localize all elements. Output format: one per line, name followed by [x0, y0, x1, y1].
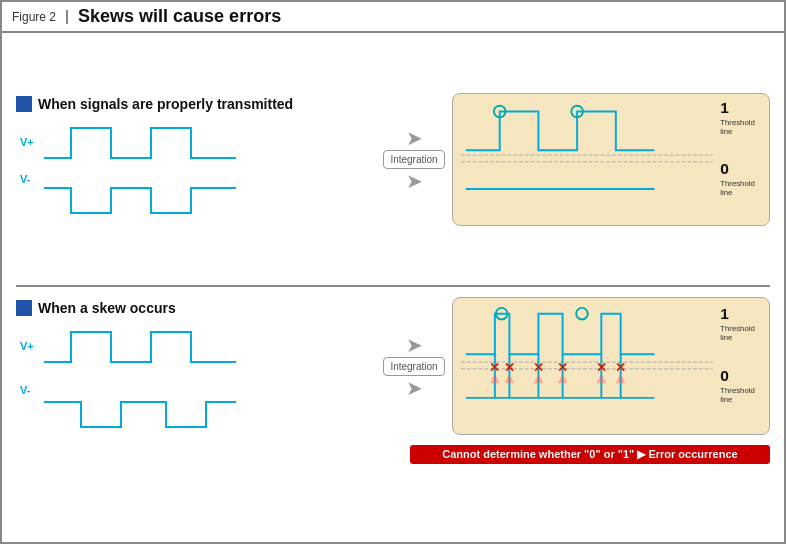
proper-signal-area: V+ V- — [16, 118, 316, 223]
svg-text:Threshold: Threshold — [720, 386, 754, 395]
svg-text:line: line — [720, 395, 732, 404]
section-skew: When a skew occurs V+ V- — [16, 297, 770, 529]
svg-text:line: line — [720, 333, 732, 342]
proper-arrow-right: ➤ — [406, 169, 423, 193]
svg-text:Threshold: Threshold — [720, 324, 754, 333]
main-container: Figure 2 Skews will cause errors When si… — [0, 0, 786, 544]
skew-arrow-left: ➤ — [406, 333, 423, 357]
proper-waveform-svg — [16, 118, 306, 223]
skew-arrow-right: ➤ — [406, 376, 423, 400]
skew-vplus: V+ — [20, 340, 34, 352]
svg-text:✕: ✕ — [489, 361, 500, 375]
svg-text:Threshold: Threshold — [720, 179, 754, 188]
svg-text:✕: ✕ — [504, 361, 515, 375]
error-banner-container: Cannot determine whether "0" or "1" ▶ Er… — [16, 443, 770, 464]
figure-header: Figure 2 Skews will cause errors — [2, 2, 784, 33]
proper-vplus: V+ — [20, 136, 34, 148]
proper-result-svg: 1 Threshold line 0 Threshold line — [461, 100, 761, 215]
figure-label: Figure 2 — [12, 10, 68, 24]
skew-signal-area: V+ V- — [16, 322, 316, 432]
proper-label-text: When signals are properly transmitted — [38, 96, 293, 112]
skew-label-box — [16, 300, 32, 316]
svg-text:✕: ✕ — [557, 361, 568, 375]
proper-label-box — [16, 96, 32, 112]
section-proper-left: When signals are properly transmitted V+… — [16, 96, 376, 223]
svg-text:✕: ✕ — [533, 361, 544, 375]
proper-arrow-left: ➤ — [406, 126, 423, 150]
skew-int-box: Integration — [383, 357, 444, 376]
skew-waveform-svg — [16, 322, 306, 432]
section-skew-row: When a skew occurs V+ V- — [16, 297, 770, 435]
svg-text:line: line — [720, 187, 732, 196]
section-proper-badge: When signals are properly transmitted — [16, 96, 293, 112]
svg-text:✕: ✕ — [596, 361, 607, 375]
svg-rect-14 — [461, 369, 713, 419]
section-proper: When signals are properly transmitted V+… — [16, 43, 770, 275]
skew-vminus: V- — [20, 384, 30, 396]
svg-text:line: line — [720, 126, 732, 135]
section-divider — [16, 285, 770, 287]
svg-text:✕: ✕ — [615, 361, 626, 375]
proper-vminus: V- — [20, 173, 30, 185]
svg-rect-1 — [461, 161, 713, 209]
svg-text:1: 1 — [720, 305, 729, 322]
svg-text:0: 0 — [720, 160, 729, 177]
skew-result-svg: ✕ ✕ ✕ ✕ ✕ ✕ 1 — [461, 304, 761, 424]
proper-result-panel: 1 Threshold line 0 Threshold line — [452, 93, 770, 226]
svg-text:Threshold: Threshold — [720, 118, 754, 127]
skew-label-text: When a skew occurs — [38, 300, 176, 316]
skew-result-panel: ✕ ✕ ✕ ✕ ✕ ✕ 1 — [452, 297, 770, 435]
main-content: When signals are properly transmitted V+… — [2, 33, 784, 539]
proper-integration: ➤ Integration ➤ — [384, 126, 444, 193]
error-banner: Cannot determine whether "0" or "1" ▶ Er… — [410, 445, 770, 464]
skew-badge: When a skew occurs — [16, 300, 176, 316]
figure-title: Skews will cause errors — [78, 6, 281, 27]
section-skew-left: When a skew occurs V+ V- — [16, 300, 376, 432]
proper-int-box: Integration — [383, 150, 444, 169]
svg-text:1: 1 — [720, 100, 729, 116]
skew-integration: ➤ Integration ➤ — [384, 333, 444, 400]
svg-text:0: 0 — [720, 367, 729, 384]
